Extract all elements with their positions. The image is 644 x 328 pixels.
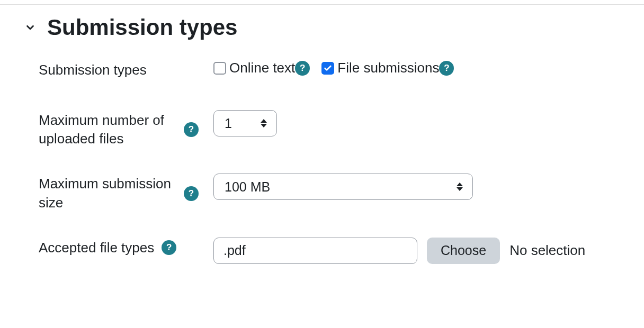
max-size-label: Maximum submission size (39, 175, 176, 212)
online-text-checkbox[interactable] (213, 62, 226, 75)
help-icon[interactable]: ? (162, 240, 176, 255)
chevron-down-icon (24, 22, 37, 33)
max-size-value: 100 MB (225, 179, 270, 195)
select-arrows-icon (261, 119, 267, 127)
max-files-select[interactable]: 1 (213, 110, 277, 136)
divider (0, 4, 644, 5)
max-size-select[interactable]: 100 MB (213, 174, 473, 200)
file-submissions-checkbox[interactable] (321, 62, 334, 75)
accepted-types-value: .pdf (223, 243, 246, 258)
select-arrows-icon (457, 183, 463, 191)
submission-types-label: Submission types (39, 61, 147, 79)
accepted-types-label: Accepted file types (39, 239, 154, 257)
help-icon[interactable]: ? (184, 186, 199, 201)
help-icon[interactable]: ? (295, 61, 310, 76)
choose-button[interactable]: Choose (427, 238, 500, 264)
file-submissions-label: File submissions (337, 60, 439, 76)
accepted-types-input[interactable]: .pdf (213, 238, 417, 264)
help-icon[interactable]: ? (184, 122, 199, 137)
online-text-label: Online text (229, 60, 295, 76)
max-files-value: 1 (225, 116, 232, 131)
section-title: Submission types (47, 15, 237, 40)
max-files-label: Maximum number of uploaded files (39, 111, 176, 148)
help-icon[interactable]: ? (439, 61, 454, 76)
section-header[interactable]: Submission types (24, 15, 644, 40)
accepted-types-status: No selection (509, 242, 585, 259)
